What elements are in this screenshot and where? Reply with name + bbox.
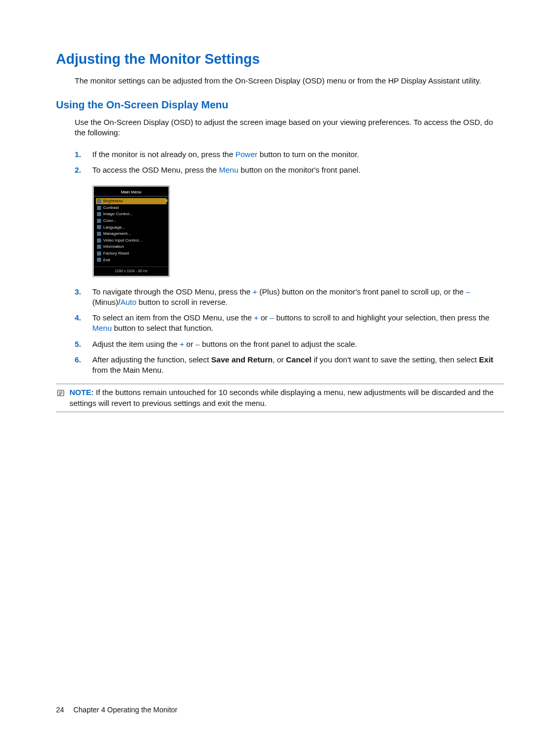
intro-paragraph: The monitor settings can be adjusted fro… <box>75 76 504 86</box>
osd-item-image-control: Image Control... <box>96 211 166 217</box>
text-run: Adjust the item using the <box>92 340 179 348</box>
text-run: If the monitor is not already on, press … <box>92 150 235 159</box>
step-text: To navigate through the OSD Menu, press … <box>92 287 504 308</box>
note-text: If the buttons remain untouched for 10 s… <box>69 388 494 407</box>
step-text: To access the OSD Menu, press the Menu b… <box>92 165 504 175</box>
language-icon <box>97 225 101 229</box>
text-run: or <box>259 313 270 322</box>
text-run: button to turn on the monitor. <box>258 150 359 159</box>
osd-item-video-input: Video Input Control... <box>96 237 166 244</box>
step-4: 4. To select an item from the OSD Menu, … <box>75 313 504 334</box>
note-callout: NOTE: If the buttons remain untouched fo… <box>56 384 504 412</box>
keyword-menu: Menu <box>219 165 239 174</box>
page-title: Adjusting the Monitor Settings <box>56 50 504 68</box>
bold-exit: Exit <box>479 355 494 364</box>
osd-item-label: Exit <box>103 258 110 263</box>
step-number: 1. <box>75 149 92 160</box>
bold-cancel: Cancel <box>286 355 312 364</box>
text-run: After adjusting the function, select <box>92 355 211 364</box>
step-number: 4. <box>75 313 92 323</box>
step-number: 2. <box>75 165 92 175</box>
note-body: NOTE: If the buttons remain untouched fo… <box>69 387 504 409</box>
keyword-menu: Menu <box>92 324 112 332</box>
osd-items: Brightness Contrast Image Control... Col… <box>94 196 169 265</box>
step-2: 2. To access the OSD Menu, press the Men… <box>75 165 504 175</box>
osd-item-label: Information <box>103 244 124 249</box>
section-body: Use the On-Screen Display (OSD) to adjus… <box>75 117 504 376</box>
osd-item-label: Brightness <box>103 199 123 204</box>
keyword-plus: + <box>254 313 259 322</box>
osd-title: Main Menu <box>94 189 169 197</box>
osd-item-management: Management... <box>96 231 166 237</box>
image-control-icon <box>97 212 101 216</box>
keyword-plus: + <box>253 287 257 296</box>
page-footer: 24 Chapter 4 Operating the Monitor <box>56 705 177 715</box>
factory-reset-icon <box>97 251 101 256</box>
step-6: 6. After adjusting the function, select … <box>75 355 504 376</box>
text-run: button on the monitor's front panel. <box>239 165 361 174</box>
text-run: buttons to scroll to and highlight your … <box>274 313 489 322</box>
osd-item-label: Color... <box>103 218 116 223</box>
text-run: To select an item from the OSD Menu, use… <box>92 313 254 322</box>
osd-item-contrast: Contrast <box>96 205 166 211</box>
osd-item-exit: Exit <box>96 257 166 263</box>
video-input-icon <box>97 238 101 243</box>
osd-item-color: Color... <box>96 218 166 224</box>
osd-item-label: Video Input Control... <box>103 238 142 243</box>
step-text: After adjusting the function, select Sav… <box>92 355 504 376</box>
keyword-minus: – <box>195 340 200 348</box>
osd-item-label: Management... <box>103 231 131 236</box>
osd-screenshot: Main Menu Brightness Contrast Image Cont… <box>92 185 170 277</box>
step-3: 3. To navigate through the OSD Menu, pre… <box>75 287 504 308</box>
brightness-icon <box>97 199 101 203</box>
osd-item-brightness: Brightness <box>96 198 166 204</box>
contrast-icon <box>97 206 101 210</box>
step-text: To select an item from the OSD Menu, use… <box>92 313 504 334</box>
management-icon <box>97 232 101 236</box>
section-heading: Using the On-Screen Display Menu <box>56 98 504 112</box>
keyword-power: Power <box>235 150 258 159</box>
text-run: (Minus)/ <box>92 298 120 306</box>
step-number: 6. <box>75 355 92 365</box>
osd-item-information: Information <box>96 244 166 250</box>
page-number: 24 <box>56 705 64 715</box>
keyword-minus: – <box>466 287 470 296</box>
exit-icon <box>97 258 101 262</box>
note-icon <box>56 388 65 398</box>
osd-item-label: Contrast <box>103 205 119 210</box>
information-icon <box>97 245 101 249</box>
section-intro: Use the On-Screen Display (OSD) to adjus… <box>75 117 504 138</box>
osd-item-label: Factory Reset <box>103 251 129 256</box>
text-run: from the Main Menu. <box>92 366 164 374</box>
step-5: 5. Adjust the item using the + or – butt… <box>75 339 504 349</box>
osd-item-language: Language... <box>96 224 166 231</box>
page: Adjusting the Monitor Settings The monit… <box>0 0 560 745</box>
text-run: or <box>184 340 195 348</box>
steps-list: 1. If the monitor is not already on, pre… <box>75 149 504 375</box>
text-run: To navigate through the OSD Menu, press … <box>92 287 253 296</box>
osd-item-label: Image Control... <box>103 212 133 217</box>
step-number: 5. <box>75 339 92 349</box>
keyword-minus: – <box>270 313 274 322</box>
step-1: 1. If the monitor is not already on, pre… <box>75 149 504 160</box>
keyword-auto: Auto <box>120 298 136 306</box>
text-run: button to scroll in reverse. <box>136 298 228 306</box>
text-run: button to select that function. <box>112 324 214 332</box>
text-run: To access the OSD Menu, press the <box>92 165 219 174</box>
osd-figure-row: Main Menu Brightness Contrast Image Cont… <box>75 185 504 277</box>
osd-footer: 1280 x 1024 - 60 Hz <box>94 266 169 275</box>
content-body: The monitor settings can be adjusted fro… <box>75 76 504 86</box>
osd-panel: Main Menu Brightness Contrast Image Cont… <box>92 185 170 277</box>
text-run: buttons on the front panel to adjust the… <box>200 340 357 348</box>
bold-save-return: Save and Return <box>211 355 272 364</box>
text-run: , or <box>273 355 286 364</box>
osd-item-label: Language... <box>103 225 125 230</box>
step-number: 3. <box>75 287 92 297</box>
text-run: if you don't want to save the setting, t… <box>312 355 479 364</box>
osd-item-factory-reset: Factory Reset <box>96 250 166 257</box>
step-text: Adjust the item using the + or – buttons… <box>92 339 504 349</box>
chapter-label: Chapter 4 Operating the Monitor <box>73 706 177 714</box>
step-text: If the monitor is not already on, press … <box>92 149 504 160</box>
note-label: NOTE: <box>69 388 94 397</box>
text-run: (Plus) button on the monitor's front pan… <box>257 287 466 296</box>
